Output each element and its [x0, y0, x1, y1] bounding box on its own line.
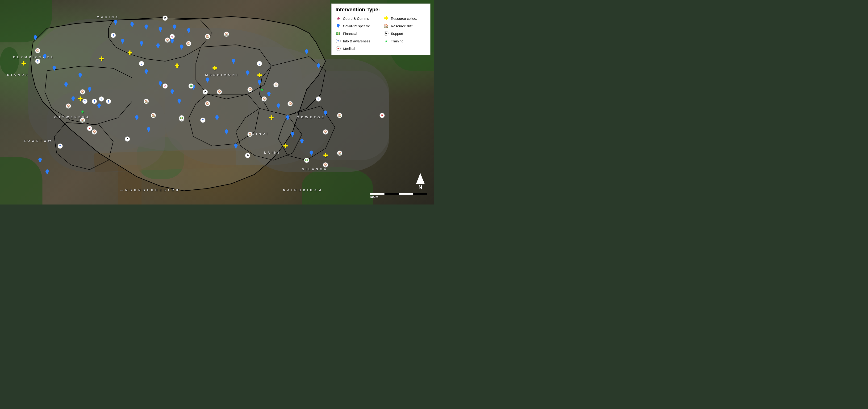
marker-house-4[interactable]: 🏠	[186, 41, 191, 46]
marker-covid-31[interactable]	[246, 70, 250, 76]
marker-covid-23[interactable]	[158, 81, 162, 86]
marker-house-15[interactable]: 🏠	[261, 96, 267, 102]
marker-info-5[interactable]: ?	[99, 96, 104, 102]
marker-covid-9[interactable]	[156, 43, 160, 48]
marker-covid-36[interactable]	[290, 132, 294, 137]
marker-covid-39[interactable]	[316, 63, 320, 69]
marker-rescollect-8[interactable]: ✚	[269, 114, 274, 121]
marker-covid-17[interactable]	[88, 87, 92, 92]
marker-house-8[interactable]: 🏠	[80, 117, 85, 123]
marker-house-1[interactable]: 🏠	[35, 48, 40, 53]
marker-house-16[interactable]: 🏠	[273, 82, 279, 88]
marker-info-6[interactable]: ?	[106, 99, 111, 104]
marker-covid-3[interactable]	[144, 25, 148, 30]
marker-covid-16[interactable]	[78, 73, 82, 78]
marker-covid-38[interactable]	[305, 49, 309, 55]
marker-info-2[interactable]: ?	[58, 143, 63, 149]
marker-house-12[interactable]: 🏠	[205, 101, 210, 106]
marker-house-11[interactable]: 🏠	[151, 113, 156, 118]
marker-house-13[interactable]: 🏠	[217, 89, 222, 95]
marker-support-3[interactable]: ⚑	[125, 136, 130, 142]
marker-covid-25[interactable]	[177, 99, 181, 104]
marker-rescollect-2[interactable]: ✚	[99, 56, 104, 62]
marker-financial-3[interactable]: 💵	[179, 115, 184, 121]
marker-covid-32[interactable]	[257, 80, 261, 85]
marker-covid-44[interactable]	[234, 143, 238, 149]
marker-info-8[interactable]: ?	[200, 117, 206, 123]
marker-house-6[interactable]: 🏠	[80, 89, 85, 95]
marker-rescollect-3[interactable]: ✚	[127, 50, 132, 56]
marker-covid-29[interactable]	[147, 127, 151, 132]
marker-training-2[interactable]: ★	[260, 87, 264, 92]
marker-financial-1[interactable]: 💵	[188, 83, 194, 89]
marker-support-4[interactable]: ⚑	[245, 153, 250, 158]
marker-covid-14[interactable]	[52, 66, 56, 71]
marker-house-20[interactable]: 🏠	[337, 113, 342, 118]
marker-house-18[interactable]: 🏠	[247, 132, 253, 137]
marker-house-5[interactable]: 🏠	[165, 37, 170, 43]
marker-covid-43[interactable]	[224, 129, 228, 135]
marker-house-22[interactable]: 🏠	[337, 150, 342, 156]
marker-info-9[interactable]: ?	[257, 61, 262, 66]
marker-house-2[interactable]: 🏠	[205, 34, 210, 39]
marker-covid-6[interactable]	[187, 28, 191, 33]
marker-info-1[interactable]: ?	[35, 59, 40, 64]
marker-rescollect-7[interactable]: ✚	[257, 72, 262, 79]
marker-covid-2[interactable]	[130, 22, 134, 27]
marker-medical-1[interactable]: ❤	[87, 126, 92, 131]
marker-house-10[interactable]: 🏠	[144, 99, 149, 104]
marker-rescollect-9[interactable]: ✚	[283, 143, 288, 149]
marker-covid-18[interactable]	[71, 96, 75, 102]
marker-covid-4[interactable]	[158, 27, 162, 32]
marker-rescollect-1[interactable]: ✚	[21, 60, 26, 67]
marker-info-10[interactable]: ?	[316, 96, 321, 102]
marker-covid-5[interactable]	[173, 25, 177, 30]
marker-covid-41[interactable]	[309, 150, 313, 156]
marker-covid-20[interactable]	[38, 158, 42, 163]
marker-house-7[interactable]: 🏠	[66, 103, 71, 109]
marker-covid-30[interactable]	[231, 59, 236, 64]
marker-info-11[interactable]: ?	[139, 61, 144, 66]
marker-coord-1[interactable]: ⊕	[162, 83, 168, 89]
marker-covid-34[interactable]	[276, 103, 280, 109]
marker-house-21[interactable]: 🏠	[323, 162, 328, 168]
marker-covid-22[interactable]	[144, 69, 148, 74]
marker-house-3[interactable]: 🏠	[224, 32, 229, 37]
marker-rescollect-10[interactable]: ✚	[323, 152, 328, 159]
marker-covid-8[interactable]	[140, 41, 144, 46]
marker-covid-33[interactable]	[267, 92, 271, 97]
marker-covid-35[interactable]	[286, 115, 290, 121]
marker-rescollect-4[interactable]: ✚	[175, 63, 179, 69]
marker-covid-11[interactable]	[180, 44, 184, 50]
marker-covid-12[interactable]	[33, 35, 37, 40]
marker-coord-2[interactable]: ⊕	[169, 34, 175, 39]
marker-medical-2[interactable]: ❤	[379, 113, 385, 118]
marker-support-2[interactable]: ⚑	[203, 89, 208, 95]
marker-covid-19[interactable]	[97, 103, 101, 109]
marker-house-9[interactable]: 🏠	[92, 129, 97, 135]
marker-rescollect-5[interactable]: ✚	[212, 65, 217, 72]
marker-house-14[interactable]: 🏠	[247, 87, 253, 92]
marker-info-7[interactable]: ?	[111, 33, 116, 38]
marker-covid-10[interactable]	[170, 39, 174, 44]
marker-covid-13[interactable]	[43, 54, 47, 59]
marker-covid-40[interactable]	[323, 110, 328, 116]
marker-covid-28[interactable]	[135, 115, 139, 121]
marker-support-1[interactable]: ⚑	[162, 15, 168, 21]
marker-financial-2[interactable]: 💵	[304, 158, 309, 163]
legend-icon-resource-collect: ✚	[383, 15, 389, 21]
marker-house-19[interactable]: 🏠	[323, 129, 328, 135]
marker-covid-27[interactable]	[206, 77, 210, 83]
marker-house-17[interactable]: 🏠	[287, 101, 293, 106]
marker-covid-21[interactable]	[45, 169, 49, 175]
marker-info-4[interactable]: ?	[92, 99, 97, 104]
marker-covid-42[interactable]	[215, 115, 219, 121]
marker-covid-7[interactable]	[121, 39, 125, 44]
marker-training-1[interactable]: ★	[81, 109, 85, 115]
marker-info-3[interactable]: ?	[82, 99, 88, 104]
marker-covid-1[interactable]	[114, 20, 118, 25]
marker-covid-15[interactable]	[64, 82, 68, 88]
marker-covid-37[interactable]	[300, 139, 304, 144]
marker-covid-24[interactable]	[170, 89, 174, 95]
marker-rescollect-6[interactable]: ✚	[78, 96, 83, 102]
